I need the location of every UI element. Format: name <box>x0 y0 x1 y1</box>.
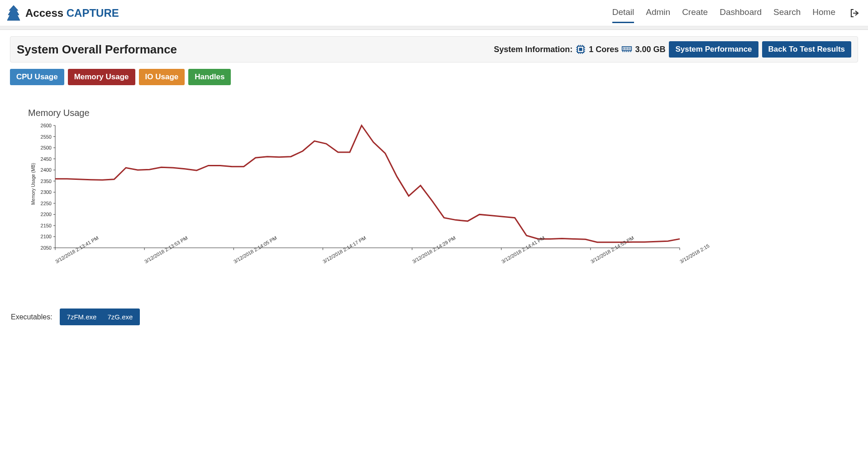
executables-label: Executables: <box>11 313 52 321</box>
sysinfo-cores: 1 Cores <box>589 45 619 54</box>
brand-text-1: Access <box>25 7 67 19</box>
metric-tabs: CPU Usage Memory Usage IO Usage Handles <box>10 69 858 85</box>
executables-pill: 7zFM.exe 7zG.exe <box>60 309 140 325</box>
tab-cpu-usage[interactable]: CPU Usage <box>10 69 64 85</box>
svg-text:2050: 2050 <box>41 245 52 251</box>
panel-header: System Overall Performance System Inform… <box>10 36 858 63</box>
svg-text:2400: 2400 <box>41 167 52 173</box>
divider-strip <box>0 26 868 30</box>
nav-admin[interactable]: Admin <box>646 3 670 23</box>
top-navbar: Access CAPTURE Detail Admin Create Dashb… <box>0 0 868 26</box>
executable-item[interactable]: 7zG.exe <box>107 313 133 321</box>
memory-icon <box>621 44 632 54</box>
svg-text:2150: 2150 <box>41 223 52 228</box>
memory-usage-chart: 2050210021502200225023002350240024502500… <box>24 121 684 257</box>
back-to-test-results-button[interactable]: Back To Test Results <box>762 41 851 58</box>
svg-rect-1 <box>579 48 582 51</box>
svg-text:2250: 2250 <box>41 201 52 206</box>
svg-text:2200: 2200 <box>41 212 52 217</box>
chart-title: Memory Usage <box>28 108 858 118</box>
system-information: System Information: 1 Cores 3.00 GB <box>494 44 665 54</box>
tab-handles[interactable]: Handles <box>188 69 231 85</box>
tab-memory-usage[interactable]: Memory Usage <box>68 69 135 85</box>
chart-container: Memory Usage 205021002150220022502300235… <box>10 108 858 295</box>
svg-text:2550: 2550 <box>41 134 52 140</box>
brand[interactable]: Access CAPTURE <box>6 5 119 21</box>
nav-search[interactable]: Search <box>773 3 801 23</box>
brand-text-2: CAPTURE <box>67 7 119 19</box>
svg-text:2500: 2500 <box>41 145 52 150</box>
nav-create[interactable]: Create <box>682 3 708 23</box>
brand-text: Access CAPTURE <box>25 7 119 19</box>
nav-dashboard[interactable]: Dashboard <box>720 3 762 23</box>
nav-detail[interactable]: Detail <box>612 3 634 23</box>
svg-text:2300: 2300 <box>41 189 52 195</box>
executables-row: Executables: 7zFM.exe 7zG.exe <box>10 309 858 325</box>
svg-text:2450: 2450 <box>41 156 52 162</box>
cpu-icon <box>575 44 586 54</box>
system-performance-button[interactable]: System Performance <box>669 41 758 58</box>
sysinfo-memory: 3.00 GB <box>635 45 665 54</box>
nav-links: Detail Admin Create Dashboard Search Hom… <box>612 3 859 23</box>
logout-icon[interactable] <box>850 9 859 18</box>
svg-text:2600: 2600 <box>41 123 52 128</box>
chart-x-axis: 3/12/2018 2:13:41 PM3/12/2018 2:13:53 PM… <box>24 259 684 295</box>
page-title: System Overall Performance <box>17 43 177 57</box>
svg-text:2350: 2350 <box>41 178 52 184</box>
svg-text:2100: 2100 <box>41 234 52 239</box>
tab-io-usage[interactable]: IO Usage <box>139 69 185 85</box>
svg-text:Memory Usage (MB): Memory Usage (MB) <box>31 163 36 205</box>
nav-home[interactable]: Home <box>812 3 835 23</box>
sysinfo-label: System Information: <box>494 45 572 54</box>
executable-item[interactable]: 7zFM.exe <box>67 313 97 321</box>
brand-logo-icon <box>6 5 21 21</box>
